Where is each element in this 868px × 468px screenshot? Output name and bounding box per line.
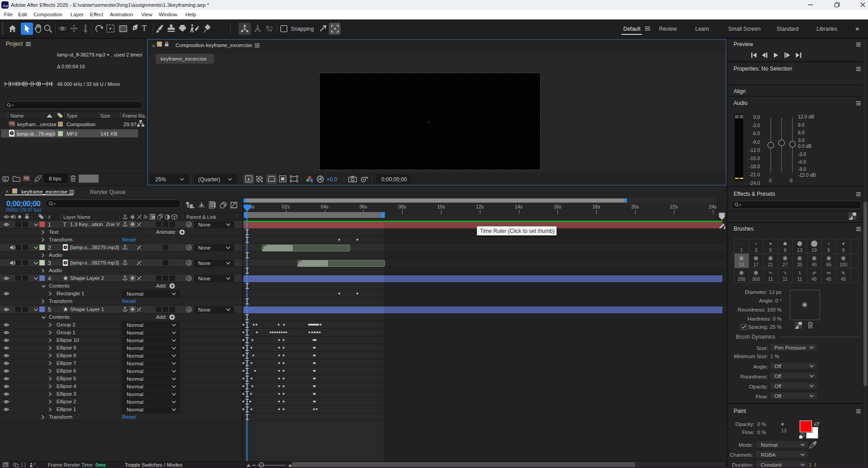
svg-text:3: 3	[754, 247, 757, 253]
svg-text:45: 45	[841, 276, 846, 282]
svg-text:100: 100	[840, 262, 848, 267]
svg-text:300: 300	[752, 276, 760, 282]
svg-text:9: 9	[784, 247, 787, 253]
svg-text:1: 1	[740, 247, 743, 253]
svg-text:5: 5	[769, 247, 772, 253]
svg-text:45: 45	[826, 276, 831, 282]
svg-text:27: 27	[783, 262, 788, 267]
svg-text:13: 13	[739, 262, 744, 267]
svg-text:5: 5	[827, 247, 830, 253]
svg-text:13: 13	[797, 247, 802, 253]
svg-text:11: 11	[797, 276, 802, 282]
svg-text:45: 45	[811, 262, 817, 267]
svg-text:35: 35	[797, 262, 802, 267]
svg-text:45: 45	[811, 276, 817, 282]
svg-text:11: 11	[768, 276, 773, 282]
svg-text:11: 11	[783, 276, 787, 282]
svg-text:17: 17	[753, 262, 759, 267]
svg-text:19: 19	[811, 247, 817, 253]
svg-text:200: 200	[737, 276, 745, 282]
svg-text:65: 65	[826, 262, 831, 267]
svg-text:21: 21	[768, 262, 773, 267]
svg-text:9: 9	[842, 247, 845, 253]
